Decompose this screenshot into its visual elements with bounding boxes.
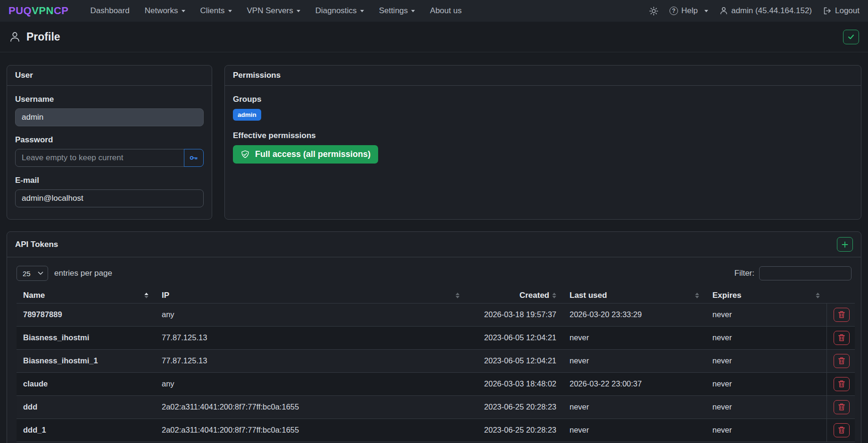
page-title: Profile — [9, 31, 60, 43]
token-last-used: never — [563, 418, 706, 442]
brand-part-2: VPN — [32, 5, 54, 16]
token-ip: 2a02:a311:4041:200:8f7:77ff:bc0a:1655 — [155, 418, 466, 442]
token-expires: never — [706, 349, 827, 372]
chevron-down-icon — [411, 10, 415, 12]
user-icon — [719, 7, 728, 15]
token-expires: never — [706, 326, 827, 349]
generate-password-button[interactable] — [184, 149, 204, 167]
token-name: Biasness_ihostmi_1 — [17, 349, 155, 372]
shield-check-icon — [240, 150, 250, 159]
column-header-expires[interactable]: Expires — [706, 288, 827, 303]
column-header-actions — [827, 288, 855, 303]
token-name: ddd_1 — [17, 418, 155, 442]
password-field[interactable] — [15, 149, 184, 167]
chevron-down-icon — [704, 10, 708, 12]
email-label: E-mail — [15, 176, 204, 185]
help-menu[interactable]: ? Help — [670, 6, 708, 16]
table-row: claude any 2026-03-03 18:48:02 2026-03-2… — [17, 372, 855, 395]
entries-per-page-select[interactable]: 25 — [17, 266, 48, 281]
column-header-created[interactable]: Created — [466, 288, 563, 303]
token-last-used: never — [563, 395, 706, 418]
token-created: 2023-06-05 12:04:21 — [466, 349, 563, 372]
sort-icon — [695, 293, 699, 298]
token-expires: never — [706, 418, 827, 442]
user-menu[interactable]: admin (45.44.164.152) — [719, 6, 812, 16]
token-last-used: never — [563, 349, 706, 372]
main-menu: Dashboard Networks Clients VPN Servers D… — [83, 6, 470, 16]
check-icon — [847, 33, 855, 41]
password-label: Password — [15, 135, 204, 145]
column-header-last-used[interactable]: Last used — [563, 288, 706, 303]
user-card-title: User — [7, 66, 212, 86]
delete-token-button[interactable] — [834, 331, 850, 345]
theme-toggle-sun-icon[interactable] — [649, 7, 658, 16]
api-tokens-table: Name IP — [17, 288, 855, 442]
nav-item-networks[interactable]: Networks — [137, 6, 193, 16]
permissions-card-title: Permissions — [225, 66, 861, 86]
logout-button[interactable]: Logout — [823, 6, 860, 16]
help-icon: ? — [670, 7, 678, 15]
delete-token-button[interactable] — [834, 377, 850, 391]
token-expires: never — [706, 372, 827, 395]
trash-icon — [838, 311, 845, 319]
chevron-down-icon — [38, 271, 43, 275]
filter-label: Filter: — [735, 269, 755, 278]
user-card: User Username Password — [7, 65, 212, 220]
token-ip: any — [155, 303, 466, 326]
delete-token-button[interactable] — [834, 400, 850, 414]
save-profile-button[interactable] — [843, 30, 859, 44]
token-ip: 77.87.125.13 — [155, 349, 466, 372]
token-ip: any — [155, 372, 466, 395]
nav-item-diagnostics[interactable]: Diagnostics — [308, 6, 372, 16]
navbar-right: ? Help admin (45.44.164.152) Logout — [649, 6, 860, 16]
token-created: 2023-06-25 20:28:23 — [466, 418, 563, 442]
delete-token-button[interactable] — [834, 423, 850, 437]
chevron-down-icon — [182, 10, 185, 12]
token-created: 2023-06-05 12:04:21 — [466, 326, 563, 349]
nav-item-settings[interactable]: Settings — [372, 6, 422, 16]
token-last-used: never — [563, 326, 706, 349]
trash-icon — [838, 426, 845, 434]
token-name: Biasness_ihostmi — [17, 326, 155, 349]
token-name: ddd — [17, 395, 155, 418]
brand-part-1: PUQ — [8, 5, 32, 16]
trash-icon — [838, 357, 845, 365]
logout-icon — [823, 7, 832, 15]
entries-per-page-label: entries per page — [54, 269, 112, 278]
table-row: Biasness_ihostmi 77.87.125.13 2023-06-05… — [17, 326, 855, 349]
add-token-button[interactable] — [837, 237, 853, 252]
nav-item-dashboard[interactable]: Dashboard — [83, 6, 137, 16]
column-header-ip[interactable]: IP — [155, 288, 466, 303]
nav-item-vpn-servers[interactable]: VPN Servers — [240, 6, 308, 16]
sort-icon — [455, 293, 460, 298]
token-ip: 2a02:a311:4041:200:8f7:77ff:bc0a:1655 — [155, 395, 466, 418]
token-last-used: 2026-03-20 23:33:29 — [563, 303, 706, 326]
help-label: Help — [681, 6, 698, 16]
table-row: 789787889 any 2026-03-18 19:57:37 2026-0… — [17, 303, 855, 326]
sort-icon — [552, 293, 556, 298]
top-navbar: PUQVPNCP Dashboard Networks Clients VPN … — [0, 0, 868, 22]
api-tokens-card: API Tokens 25 entries per page Filter: — [7, 231, 861, 443]
nav-item-about-us[interactable]: About us — [422, 6, 469, 16]
trash-icon — [838, 380, 845, 388]
delete-token-button[interactable] — [834, 308, 850, 322]
delete-token-button[interactable] — [834, 354, 850, 368]
token-expires: never — [706, 395, 827, 418]
nav-item-clients[interactable]: Clients — [193, 6, 240, 16]
profile-icon — [9, 31, 21, 43]
brand-part-3: CP — [54, 5, 69, 16]
filter-input[interactable] — [759, 266, 851, 280]
email-field[interactable] — [15, 189, 204, 207]
plus-icon — [841, 241, 849, 248]
page-header: Profile — [0, 22, 868, 52]
token-created: 2023-06-25 20:28:23 — [466, 395, 563, 418]
token-ip: 77.87.125.13 — [155, 326, 466, 349]
brand-logo[interactable]: PUQVPNCP — [8, 5, 69, 17]
column-header-name[interactable]: Name — [17, 288, 155, 303]
username-label: Username — [15, 95, 204, 104]
chevron-down-icon — [228, 10, 232, 12]
token-last-used: 2026-03-22 23:00:37 — [563, 372, 706, 395]
username-field[interactable] — [15, 108, 204, 126]
token-created: 2026-03-03 18:48:02 — [466, 372, 563, 395]
user-label: admin (45.44.164.152) — [731, 6, 812, 16]
